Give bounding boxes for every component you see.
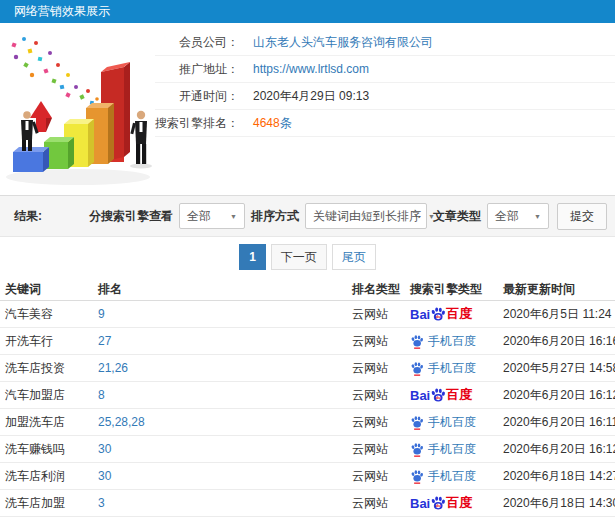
- rank-cell[interactable]: 8: [98, 382, 352, 408]
- mobile-baidu-paw-icon: [410, 361, 424, 376]
- baidu-bai-text: Bai: [410, 307, 430, 322]
- engine-view-select[interactable]: 全部 ▼: [179, 203, 245, 229]
- rank-cell[interactable]: 9: [98, 301, 352, 327]
- article-type-label: 文章类型: [433, 208, 481, 225]
- keyword-cell: 汽车加盟店: [0, 382, 98, 408]
- engine-rank-row: 搜索引擎排名： 4648 条: [155, 110, 615, 137]
- engine-cell: 手机百度: [410, 328, 503, 354]
- baidu-logo: Bai du 百度: [410, 386, 472, 404]
- engine-rank-count: 4648: [253, 116, 280, 130]
- col-header-rank-type: 排名类型: [352, 277, 410, 301]
- sort-mode-select[interactable]: 关键词由短到长排序 ▼: [305, 203, 427, 229]
- updated-cell: 2020年6月20日 16:12: [503, 382, 615, 408]
- rank-cell[interactable]: 3: [98, 490, 352, 516]
- table-row: 汽车美容 9 云网站 Bai du 百度 2020年6月5日 11:24: [0, 301, 615, 328]
- table-body: 汽车美容 9 云网站 Bai du 百度 2020年6月5日 11:24 开洗车: [0, 301, 615, 517]
- last-page-button[interactable]: 尾页: [332, 244, 376, 270]
- page-title: 网络营销效果展示: [14, 4, 110, 18]
- engine-cell: 手机百度: [410, 463, 503, 489]
- baidu-logo: Bai du 百度: [410, 305, 472, 323]
- next-page-button[interactable]: 下一页: [271, 244, 327, 270]
- table-row: 洗车店投资 21,26 云网站 手机百度 2020年5月27日 14:58: [0, 355, 615, 382]
- mobile-baidu-paw-icon: [410, 469, 424, 484]
- baidu-suffix-text: 百度: [446, 305, 472, 323]
- col-header-keyword: 关键词: [0, 277, 98, 301]
- updated-cell: 2020年5月27日 14:58: [503, 355, 615, 381]
- mobile-baidu: 手机百度: [410, 441, 476, 458]
- engine-rank-label: 搜索引擎排名：: [155, 115, 239, 132]
- rank-type-cell: 云网站: [352, 328, 410, 354]
- col-header-updated: 最新更新时间: [503, 277, 615, 301]
- page-header: 网络营销效果展示: [0, 0, 615, 23]
- mobile-baidu-label: 手机百度: [428, 333, 476, 350]
- rank-type-cell: 云网站: [352, 355, 410, 381]
- rank-type-cell: 云网站: [352, 301, 410, 327]
- updated-cell: 2020年6月5日 11:24: [503, 301, 615, 327]
- baidu-bai-text: Bai: [410, 388, 430, 403]
- baidu-paw-icon: du: [430, 306, 446, 322]
- chevron-down-icon: ▼: [534, 213, 541, 220]
- rank-cell[interactable]: 30: [98, 436, 352, 462]
- mobile-baidu-label: 手机百度: [428, 468, 476, 485]
- pagination: 1 下一页 尾页: [0, 237, 615, 277]
- article-type-select[interactable]: 全部 ▼: [487, 203, 549, 229]
- filter-bar: 结果: 分搜索引擎查看 全部 ▼ 排序方式 关键词由短到长排序 ▼ 文章类型 全…: [0, 195, 615, 237]
- article-type-selected: 全部: [495, 208, 519, 225]
- member-company-link[interactable]: 山东老人头汽车服务咨询有限公司: [253, 34, 433, 51]
- rank-cell[interactable]: 21,26: [98, 355, 352, 381]
- engine-cell: 手机百度: [410, 355, 503, 381]
- table-row: 洗车店利润 30 云网站 手机百度 2020年6月18日 14:27: [0, 463, 615, 490]
- table-row: 汽车加盟店 8 云网站 Bai du 百度 2020年6月20日 16:12: [0, 382, 615, 409]
- mobile-baidu-label: 手机百度: [428, 414, 476, 431]
- col-header-rank: 排名: [98, 277, 352, 301]
- updated-cell: 2020年6月20日 16:12: [503, 436, 615, 462]
- submit-button[interactable]: 提交: [557, 203, 607, 230]
- mobile-baidu: 手机百度: [410, 414, 476, 431]
- sort-mode-selected: 关键词由短到长排序: [313, 208, 421, 225]
- rank-cell[interactable]: 30: [98, 463, 352, 489]
- table-row: 洗车赚钱吗 30 云网站 手机百度 2020年6月20日 16:12: [0, 436, 615, 463]
- rank-type-cell: 云网站: [352, 382, 410, 408]
- table-row: 开洗车行 27 云网站 手机百度 2020年6月20日 16:16: [0, 328, 615, 355]
- page-1-button[interactable]: 1: [239, 244, 266, 270]
- keyword-cell: 洗车店加盟: [0, 490, 98, 516]
- engine-cell: 手机百度: [410, 436, 503, 462]
- table-header-row: 关键词 排名 排名类型 搜索引擎类型 最新更新时间: [0, 277, 615, 301]
- table-row: 洗车店加盟 3 云网站 Bai du 百度 2020年6月18日 14:30: [0, 490, 615, 517]
- keyword-cell: 洗车赚钱吗: [0, 436, 98, 462]
- bar-growth-3d-graphic: [0, 27, 155, 192]
- businessman-right: [130, 111, 152, 169]
- updated-cell: 2020年6月20日 16:11: [503, 409, 615, 435]
- baidu-paw-icon: du: [430, 387, 446, 403]
- svg-text:du: du: [436, 395, 441, 400]
- open-time-label: 开通时间：: [155, 88, 239, 105]
- mobile-baidu-paw-icon: [410, 415, 424, 430]
- engine-cell: Bai du 百度: [410, 382, 503, 408]
- baidu-suffix-text: 百度: [446, 386, 472, 404]
- rank-cell[interactable]: 27: [98, 328, 352, 354]
- rank-type-cell: 云网站: [352, 436, 410, 462]
- results-table: 关键词 排名 排名类型 搜索引擎类型 最新更新时间 汽车美容 9 云网站 Bai…: [0, 277, 615, 517]
- promo-url-link[interactable]: https://www.lrtlsd.com: [253, 62, 369, 76]
- keyword-cell: 洗车店利润: [0, 463, 98, 489]
- open-time-value: 2020年4月29日 09:13: [253, 88, 369, 105]
- engine-rank-unit: 条: [280, 115, 292, 132]
- keyword-cell: 开洗车行: [0, 328, 98, 354]
- mobile-baidu: 手机百度: [410, 360, 476, 377]
- updated-cell: 2020年6月20日 16:16: [503, 328, 615, 354]
- mobile-baidu-paw-icon: [410, 334, 424, 349]
- info-section: 会员公司： 山东老人头汽车服务咨询有限公司 推广地址： https://www.…: [0, 23, 615, 195]
- growth-chart-illustration: [0, 27, 155, 192]
- rank-type-cell: 云网站: [352, 463, 410, 489]
- mobile-baidu-label: 手机百度: [428, 441, 476, 458]
- member-company-row: 会员公司： 山东老人头汽车服务咨询有限公司: [155, 29, 615, 56]
- sort-mode-label: 排序方式: [251, 208, 299, 225]
- chevron-down-icon: ▼: [230, 213, 237, 220]
- mobile-baidu-paw-icon: [410, 442, 424, 457]
- keyword-cell: 加盟洗车店: [0, 409, 98, 435]
- engine-cell: 手机百度: [410, 409, 503, 435]
- rank-cell[interactable]: 25,28,28: [98, 409, 352, 435]
- col-header-engine-type: 搜索引擎类型: [410, 277, 503, 301]
- baidu-paw-icon: du: [430, 495, 446, 511]
- baidu-logo: Bai du 百度: [410, 494, 472, 512]
